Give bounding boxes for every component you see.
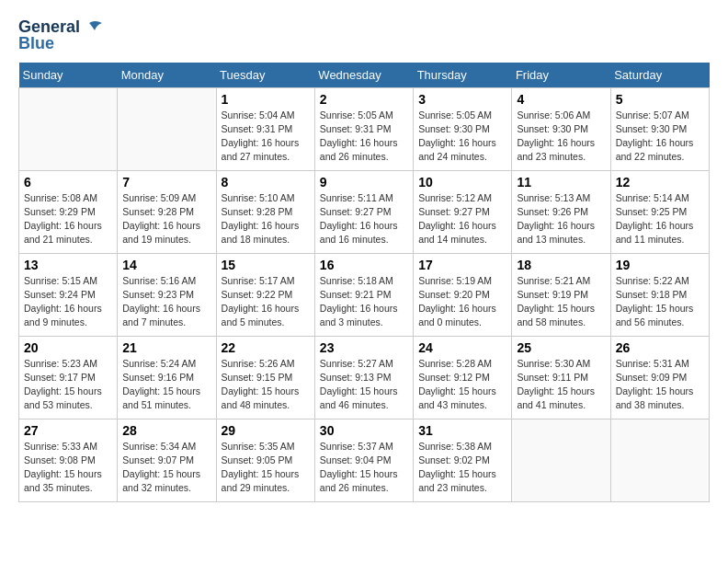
- day-detail: Sunrise: 5:14 AM Sunset: 9:25 PM Dayligh…: [616, 191, 704, 247]
- day-detail: Sunrise: 5:31 AM Sunset: 9:09 PM Dayligh…: [616, 357, 704, 413]
- weekday-header-friday: Friday: [512, 63, 610, 88]
- day-number: 24: [418, 340, 506, 355]
- day-number: 11: [517, 175, 605, 190]
- day-detail: Sunrise: 5:15 AM Sunset: 9:24 PM Dayligh…: [24, 274, 112, 330]
- day-detail: Sunrise: 5:16 AM Sunset: 9:23 PM Dayligh…: [122, 274, 210, 330]
- logo-container: General Blue: [18, 18, 102, 53]
- day-detail: Sunrise: 5:05 AM Sunset: 9:30 PM Dayligh…: [418, 109, 506, 165]
- day-number: 22: [222, 340, 310, 355]
- calendar-cell: 13Sunrise: 5:15 AM Sunset: 9:24 PM Dayli…: [19, 253, 118, 336]
- calendar-cell: 25Sunrise: 5:30 AM Sunset: 9:11 PM Dayli…: [512, 336, 610, 419]
- calendar-cell: 16Sunrise: 5:18 AM Sunset: 9:21 PM Dayli…: [314, 253, 413, 336]
- calendar-cell: 2Sunrise: 5:05 AM Sunset: 9:31 PM Daylig…: [314, 87, 413, 170]
- calendar-cell: 20Sunrise: 5:23 AM Sunset: 9:17 PM Dayli…: [19, 336, 118, 419]
- calendar-cell: 19Sunrise: 5:22 AM Sunset: 9:18 PM Dayli…: [610, 253, 709, 336]
- day-number: 9: [320, 175, 408, 190]
- calendar-cell: 10Sunrise: 5:12 AM Sunset: 9:27 PM Dayli…: [414, 170, 512, 253]
- day-number: 30: [320, 423, 408, 438]
- calendar-cell: 30Sunrise: 5:37 AM Sunset: 9:04 PM Dayli…: [314, 419, 413, 501]
- day-number: 17: [418, 258, 506, 272]
- calendar-cell: 4Sunrise: 5:06 AM Sunset: 9:30 PM Daylig…: [512, 87, 610, 170]
- weekday-header-saturday: Saturday: [610, 63, 709, 88]
- weekday-header-sunday: Sunday: [19, 63, 118, 88]
- day-detail: Sunrise: 5:22 AM Sunset: 9:18 PM Dayligh…: [616, 274, 704, 330]
- calendar-week-1: 1Sunrise: 5:04 AM Sunset: 9:31 PM Daylig…: [19, 87, 710, 170]
- day-detail: Sunrise: 5:21 AM Sunset: 9:19 PM Dayligh…: [517, 274, 605, 330]
- day-number: 27: [24, 423, 112, 438]
- day-detail: Sunrise: 5:23 AM Sunset: 9:17 PM Dayligh…: [24, 357, 112, 413]
- day-number: 3: [418, 92, 506, 107]
- day-detail: Sunrise: 5:27 AM Sunset: 9:13 PM Dayligh…: [320, 357, 408, 413]
- logo-bird-icon: [82, 19, 102, 36]
- calendar-cell: 23Sunrise: 5:27 AM Sunset: 9:13 PM Dayli…: [314, 336, 413, 419]
- day-detail: Sunrise: 5:37 AM Sunset: 9:04 PM Dayligh…: [320, 440, 408, 496]
- day-detail: Sunrise: 5:04 AM Sunset: 9:31 PM Dayligh…: [222, 109, 310, 165]
- day-number: 5: [616, 92, 704, 107]
- calendar-cell: [610, 419, 709, 501]
- logo: General Blue: [18, 18, 102, 53]
- day-number: 21: [122, 340, 210, 355]
- calendar-cell: 6Sunrise: 5:08 AM Sunset: 9:29 PM Daylig…: [19, 170, 118, 253]
- day-number: 18: [517, 258, 605, 272]
- day-detail: Sunrise: 5:26 AM Sunset: 9:15 PM Dayligh…: [222, 357, 310, 413]
- logo-blue: Blue: [18, 35, 54, 53]
- day-number: 12: [616, 175, 704, 190]
- day-number: 4: [517, 92, 605, 107]
- day-detail: Sunrise: 5:38 AM Sunset: 9:02 PM Dayligh…: [418, 440, 506, 496]
- calendar-cell: 24Sunrise: 5:28 AM Sunset: 9:12 PM Dayli…: [414, 336, 512, 419]
- day-detail: Sunrise: 5:06 AM Sunset: 9:30 PM Dayligh…: [517, 109, 605, 165]
- calendar-cell: 21Sunrise: 5:24 AM Sunset: 9:16 PM Dayli…: [118, 336, 216, 419]
- day-detail: Sunrise: 5:11 AM Sunset: 9:27 PM Dayligh…: [320, 191, 408, 247]
- weekday-header-wednesday: Wednesday: [314, 63, 413, 88]
- day-number: 2: [320, 92, 408, 107]
- day-number: 31: [418, 423, 506, 438]
- calendar-cell: 29Sunrise: 5:35 AM Sunset: 9:05 PM Dayli…: [216, 419, 314, 501]
- day-number: 6: [24, 175, 112, 190]
- calendar-cell: 5Sunrise: 5:07 AM Sunset: 9:30 PM Daylig…: [610, 87, 709, 170]
- calendar-cell: 15Sunrise: 5:17 AM Sunset: 9:22 PM Dayli…: [216, 253, 314, 336]
- day-detail: Sunrise: 5:05 AM Sunset: 9:31 PM Dayligh…: [320, 109, 408, 165]
- weekday-header-monday: Monday: [118, 63, 216, 88]
- calendar-cell: 3Sunrise: 5:05 AM Sunset: 9:30 PM Daylig…: [414, 87, 512, 170]
- day-detail: Sunrise: 5:30 AM Sunset: 9:11 PM Dayligh…: [517, 357, 605, 413]
- day-detail: Sunrise: 5:13 AM Sunset: 9:26 PM Dayligh…: [517, 191, 605, 247]
- calendar-cell: [512, 419, 610, 501]
- day-detail: Sunrise: 5:09 AM Sunset: 9:28 PM Dayligh…: [122, 191, 210, 247]
- day-detail: Sunrise: 5:12 AM Sunset: 9:27 PM Dayligh…: [418, 191, 506, 247]
- weekday-header-tuesday: Tuesday: [216, 63, 314, 88]
- calendar-table: SundayMondayTuesdayWednesdayThursdayFrid…: [18, 63, 710, 502]
- day-number: 25: [517, 340, 605, 355]
- day-detail: Sunrise: 5:19 AM Sunset: 9:20 PM Dayligh…: [418, 274, 506, 330]
- calendar-cell: [19, 87, 118, 170]
- day-detail: Sunrise: 5:34 AM Sunset: 9:07 PM Dayligh…: [122, 440, 210, 496]
- day-number: 16: [320, 258, 408, 272]
- day-number: 26: [616, 340, 704, 355]
- calendar-week-4: 20Sunrise: 5:23 AM Sunset: 9:17 PM Dayli…: [19, 336, 710, 419]
- day-detail: Sunrise: 5:10 AM Sunset: 9:28 PM Dayligh…: [222, 191, 310, 247]
- calendar-cell: 1Sunrise: 5:04 AM Sunset: 9:31 PM Daylig…: [216, 87, 314, 170]
- day-detail: Sunrise: 5:08 AM Sunset: 9:29 PM Dayligh…: [24, 191, 112, 247]
- day-detail: Sunrise: 5:07 AM Sunset: 9:30 PM Dayligh…: [616, 109, 704, 165]
- day-number: 28: [122, 423, 210, 438]
- day-number: 23: [320, 340, 408, 355]
- day-detail: Sunrise: 5:18 AM Sunset: 9:21 PM Dayligh…: [320, 274, 408, 330]
- day-number: 19: [616, 258, 704, 272]
- calendar-cell: 27Sunrise: 5:33 AM Sunset: 9:08 PM Dayli…: [19, 419, 118, 501]
- page-header: General Blue: [18, 18, 710, 53]
- day-detail: Sunrise: 5:33 AM Sunset: 9:08 PM Dayligh…: [24, 440, 112, 496]
- day-number: 1: [222, 92, 310, 107]
- day-number: 10: [418, 175, 506, 190]
- calendar-cell: 12Sunrise: 5:14 AM Sunset: 9:25 PM Dayli…: [610, 170, 709, 253]
- calendar-cell: [118, 87, 216, 170]
- calendar-cell: 26Sunrise: 5:31 AM Sunset: 9:09 PM Dayli…: [610, 336, 709, 419]
- weekday-header-thursday: Thursday: [414, 63, 512, 88]
- calendar-cell: 28Sunrise: 5:34 AM Sunset: 9:07 PM Dayli…: [118, 419, 216, 501]
- calendar-week-5: 27Sunrise: 5:33 AM Sunset: 9:08 PM Dayli…: [19, 419, 710, 501]
- calendar-cell: 7Sunrise: 5:09 AM Sunset: 9:28 PM Daylig…: [118, 170, 216, 253]
- day-detail: Sunrise: 5:35 AM Sunset: 9:05 PM Dayligh…: [222, 440, 310, 496]
- day-detail: Sunrise: 5:17 AM Sunset: 9:22 PM Dayligh…: [222, 274, 310, 330]
- day-number: 20: [24, 340, 112, 355]
- day-detail: Sunrise: 5:28 AM Sunset: 9:12 PM Dayligh…: [418, 357, 506, 413]
- calendar-cell: 18Sunrise: 5:21 AM Sunset: 9:19 PM Dayli…: [512, 253, 610, 336]
- calendar-cell: 8Sunrise: 5:10 AM Sunset: 9:28 PM Daylig…: [216, 170, 314, 253]
